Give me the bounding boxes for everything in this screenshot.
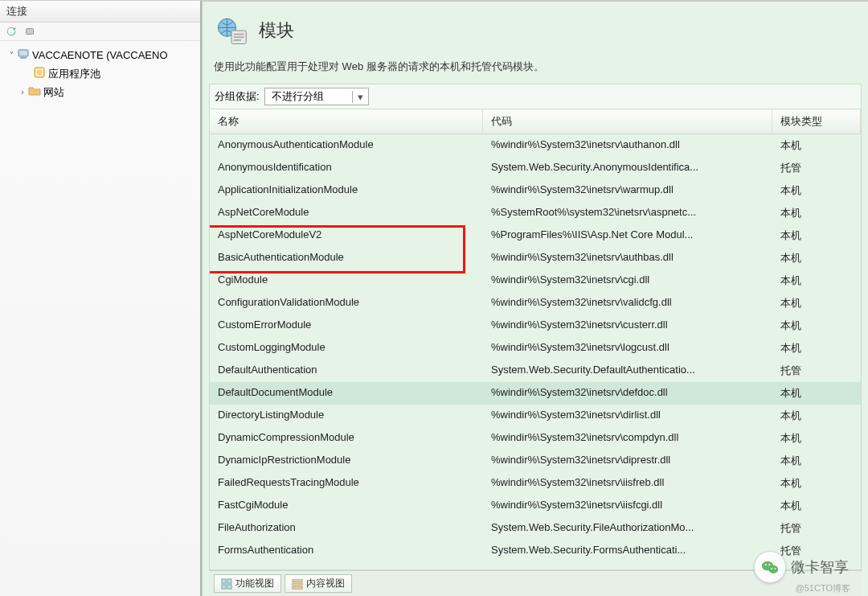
tab-features-view[interactable]: 功能视图: [214, 574, 281, 593]
cell-code: %windir%\System32\inetsrv\diprestr.dll: [483, 450, 772, 472]
tree-item-sites[interactable]: › 网站: [3, 83, 197, 101]
cell-name: FileAuthorization: [210, 517, 483, 540]
table-row[interactable]: DirectoryListingModule%windir%\System32\…: [210, 405, 861, 427]
modules-table: 名称 代码 模块类型 AnonymousAuthenticationModule…: [209, 109, 862, 570]
server-icon: [16, 47, 31, 63]
table-row[interactable]: AspNetCoreModule%SystemRoot%\system32\in…: [210, 202, 861, 224]
page-heading-row: 模块: [209, 6, 862, 56]
cell-code: %windir%\System32\inetsrv\warmup.dll: [483, 179, 772, 202]
table-row[interactable]: CustomErrorModule%windir%\System32\inets…: [210, 314, 861, 337]
tree-root-label: VACCAENOTE (VACCAENO: [32, 49, 168, 61]
expand-icon[interactable]: ›: [18, 88, 27, 97]
table-row[interactable]: FastCgiModule%windir%\System32\inetsrv\i…: [210, 495, 861, 517]
table-row[interactable]: CgiModule%windir%\System32\inetsrv\cgi.d…: [210, 269, 861, 292]
cell-name: BasicAuthenticationModule: [210, 247, 483, 269]
tree-item-app-pools[interactable]: 应用程序池: [3, 64, 197, 83]
svg-rect-14: [293, 579, 302, 582]
cell-type: 本机: [772, 450, 861, 472]
cell-type: 本机: [772, 314, 861, 337]
tree-item-label: 应用程序池: [48, 67, 100, 81]
tree-item-label: 网站: [43, 85, 64, 100]
table-body[interactable]: AnonymousAuthenticationModule%windir%\Sy…: [210, 134, 861, 570]
cell-type: 本机: [772, 247, 861, 269]
cell-name: FormsAuthentication: [210, 540, 483, 562]
col-name-header[interactable]: 名称: [210, 109, 483, 134]
cell-type: 托管: [772, 517, 861, 540]
svg-rect-9: [234, 39, 241, 41]
cell-type: 本机: [772, 179, 861, 202]
page-title: 模块: [259, 18, 294, 43]
cell-code: %ProgramFiles%\IIS\Asp.Net Core Modul...: [483, 224, 772, 247]
table-row[interactable]: AspNetCoreModuleV2%ProgramFiles%\IIS\Asp…: [210, 224, 861, 247]
cell-code: %windir%\System32\inetsrv\logcust.dll: [483, 337, 772, 360]
cell-name: CustomErrorModule: [210, 314, 483, 337]
cell-code: %windir%\System32\inetsrv\validcfg.dll: [483, 292, 772, 314]
grouping-toolbar: 分组依据: 不进行分组 ▾: [209, 84, 862, 109]
cell-type: 托管: [772, 360, 861, 382]
cell-name: DynamicCompressionModule: [210, 427, 483, 450]
connect-icon[interactable]: [24, 25, 37, 38]
cell-code: System.Web.Security.AnonymousIdentifica.…: [483, 157, 772, 179]
cell-code: System.Web.Security.DefaultAuthenticatio…: [483, 360, 772, 382]
table-row[interactable]: DynamicCompressionModule%windir%\System3…: [210, 427, 861, 450]
col-code-header[interactable]: 代码: [483, 109, 772, 134]
cell-code: %windir%\System32\inetsrv\dirlist.dll: [483, 405, 772, 427]
cell-type: 本机: [772, 269, 861, 292]
cell-name: ApplicationInitializationModule: [210, 179, 483, 202]
page-description: 使用此功能配置用于处理对 Web 服务器的请求的本机和托管代码模块。: [209, 56, 862, 84]
cell-name: CustomLoggingModule: [210, 337, 483, 360]
app-root: 连接 ˅ VACCAENOTE (VACCAENO 应用程序池: [0, 0, 868, 596]
svg-rect-12: [222, 584, 226, 588]
refresh-icon[interactable]: [5, 25, 18, 38]
svg-rect-0: [27, 29, 34, 35]
svg-rect-2: [20, 57, 27, 59]
tab-content-view[interactable]: 内容视图: [285, 574, 352, 593]
cell-code: %windir%\System32\inetsrv\defdoc.dll: [483, 382, 772, 405]
cell-name: DefaultAuthentication: [210, 360, 483, 382]
svg-rect-11: [227, 578, 231, 582]
group-by-select[interactable]: 不进行分组 ▾: [264, 88, 369, 105]
cell-type: 托管: [772, 157, 861, 179]
content-panel: 模块 使用此功能配置用于处理对 Web 服务器的请求的本机和托管代码模块。 分组…: [201, 1, 868, 596]
table-row[interactable]: BasicAuthenticationModule%windir%\System…: [210, 247, 861, 269]
tree-root-node[interactable]: ˅ VACCAENOTE (VACCAENO: [3, 46, 197, 64]
chevron-down-icon: ▾: [352, 91, 363, 103]
svg-rect-7: [234, 34, 244, 35]
connections-toolbar: [0, 23, 200, 41]
table-row[interactable]: DynamicIpRestrictionModule%windir%\Syste…: [210, 450, 861, 472]
table-row[interactable]: ConfigurationValidationModule%windir%\Sy…: [210, 292, 861, 314]
cell-code: System.Web.Security.FormsAuthenticati...: [483, 540, 772, 562]
cell-type: 本机: [772, 337, 861, 360]
table-row[interactable]: CustomLoggingModule%windir%\System32\ine…: [210, 337, 861, 360]
cell-code: %windir%\System32\inetsrv\authbas.dll: [483, 247, 772, 269]
svg-rect-16: [293, 586, 302, 589]
tab-label: 功能视图: [235, 577, 274, 590]
connections-header: 连接: [0, 1, 200, 23]
table-row[interactable]: DefaultAuthenticationSystem.Web.Security…: [210, 360, 861, 382]
cell-code: %windir%\System32\inetsrv\authanon.dll: [483, 134, 772, 157]
content-view-icon: [292, 578, 303, 590]
cell-type: 本机: [772, 427, 861, 450]
cell-name: AnonymousIdentification: [210, 157, 483, 179]
table-row[interactable]: FormsAuthenticationSystem.Web.Security.F…: [210, 540, 861, 562]
group-by-label: 分组依据:: [215, 89, 260, 104]
cell-type: 托管: [772, 540, 861, 562]
connections-tree[interactable]: ˅ VACCAENOTE (VACCAENO 应用程序池 › 网站: [0, 41, 200, 596]
table-header: 名称 代码 模块类型: [210, 109, 861, 134]
svg-rect-1: [18, 50, 28, 56]
table-row[interactable]: AnonymousAuthenticationModule%windir%\Sy…: [210, 134, 861, 157]
svg-rect-15: [293, 583, 302, 586]
table-row[interactable]: FileAuthorizationSystem.Web.Security.Fil…: [210, 517, 861, 540]
table-row[interactable]: DefaultDocumentModule%windir%\System32\i…: [210, 382, 861, 405]
collapse-icon[interactable]: ˅: [6, 51, 16, 60]
table-row[interactable]: AnonymousIdentificationSystem.Web.Securi…: [210, 157, 861, 179]
col-type-header[interactable]: 模块类型: [772, 109, 861, 134]
cell-code: %windir%\System32\inetsrv\iisfreb.dll: [483, 472, 772, 495]
cell-name: FastCgiModule: [210, 495, 483, 517]
table-row[interactable]: FailedRequestsTracingModule%windir%\Syst…: [210, 472, 861, 495]
group-by-value: 不进行分组: [272, 89, 324, 104]
table-row[interactable]: ApplicationInitializationModule%windir%\…: [210, 179, 861, 202]
cell-name: DirectoryListingModule: [210, 405, 483, 427]
modules-icon: [214, 13, 249, 48]
cell-type: 本机: [772, 292, 861, 314]
